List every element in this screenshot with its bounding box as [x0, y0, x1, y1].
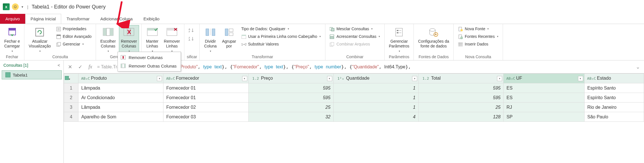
cell-fornecedor[interactable]: Fornecedor 02 [163, 103, 248, 112]
cell-total[interactable]: 25 [419, 103, 504, 112]
cell-fornecedor[interactable]: Fornecedor 03 [163, 112, 248, 122]
append-queries-button[interactable]: Acrescentar Consultas▾ [328, 33, 382, 40]
row-number[interactable]: 1 [64, 83, 78, 93]
cell-preco[interactable]: 595 [248, 83, 333, 93]
tab-file[interactable]: Arquivo [0, 14, 25, 24]
data-grid[interactable]: ▾ AB₃CProduto▾ AB₃CFornecedor▾ 1.2Preço▾… [64, 73, 644, 163]
table-row[interactable]: 2Ar CondicionadoFornecedor 015951595ESEs… [64, 93, 644, 103]
cell-estado[interactable]: Espírito Santo [584, 93, 644, 103]
formula-cancel-button[interactable]: ✕ [67, 64, 73, 70]
filter-quantidade[interactable]: ▾ [412, 76, 417, 81]
filter-produto[interactable]: ▾ [157, 76, 162, 81]
row-number[interactable]: 4 [64, 112, 78, 122]
remove-columns-button[interactable]: Remover Colunas▾ [119, 25, 139, 54]
cell-uf[interactable]: RJ [504, 103, 584, 112]
table-row[interactable]: 4Aparelho de SomFornecedor 03324128SPSão… [64, 112, 644, 122]
col-header-quantidade[interactable]: 1²₃Quantidade▾ [333, 74, 418, 83]
keep-rows-button[interactable]: Manter Linhas▾ [144, 25, 161, 54]
cell-preco[interactable]: 595 [248, 93, 333, 103]
formula-fx-button[interactable]: fx [87, 64, 94, 70]
cell-quantidade[interactable]: 1 [333, 103, 418, 112]
tab-home[interactable]: Página Inicial [25, 14, 61, 24]
cell-quantidade[interactable]: 1 [333, 93, 418, 103]
filter-preco[interactable]: ▾ [327, 76, 332, 81]
row-number[interactable]: 3 [64, 103, 78, 112]
tab-transform[interactable]: Transformar [61, 14, 95, 24]
append-queries-icon [330, 34, 335, 39]
properties-button[interactable]: Propriedades [54, 25, 94, 33]
choose-columns-button[interactable]: Escolher Colunas▾ [98, 25, 118, 54]
col-header-total[interactable]: 1.2Total▾ [419, 74, 504, 83]
query-item-tabela1[interactable]: Tabela1 [2, 70, 62, 79]
cell-quantidade[interactable]: 4 [333, 112, 418, 122]
formula-expand-button[interactable]: ⌄ [634, 64, 641, 70]
data-source-settings-button[interactable]: Configurações da fonte de dados [416, 25, 451, 50]
cell-produto[interactable]: Aparelho de Som [78, 112, 163, 122]
cell-total[interactable]: 128 [419, 112, 504, 122]
workspace: Consultas [1] < Tabela1 ✕ ✓ fx = Table.T… [0, 60, 644, 163]
group-by-button[interactable]: Agrupar por [220, 25, 238, 50]
cell-produto[interactable]: Ar Condicionado [78, 93, 163, 103]
data-type-button[interactable]: Tipo de Dados: Qualquer▾ [239, 25, 323, 33]
cell-fornecedor[interactable]: Fornecedor 01 [163, 83, 248, 93]
first-row-header-icon [241, 34, 246, 39]
remove-rows-button[interactable]: Remover Linhas▾ [162, 25, 182, 54]
advanced-editor-button[interactable]: Editor Avançado [54, 33, 94, 40]
split-column-button[interactable]: Dividir Coluna▾ [202, 25, 219, 54]
keep-rows-icon [147, 27, 158, 38]
replace-values-button[interactable]: 12 Substituir Valores [239, 40, 323, 48]
cell-uf[interactable]: SP [504, 112, 584, 122]
sort-asc-button[interactable]: AZ [187, 27, 196, 34]
filter-total[interactable]: ▾ [497, 76, 502, 81]
combine-files-button[interactable]: Combinar Arquivos [328, 40, 382, 48]
recent-sources-button[interactable]: Fontes Recentes▾ [456, 33, 500, 40]
cell-fornecedor[interactable]: Fornecedor 01 [163, 93, 248, 103]
use-first-row-button[interactable]: Usar a Primeira Linha como Cabeçalho▾ [239, 33, 323, 40]
table-row[interactable]: 3LâmpadaFornecedor 0225125RJRio de Janei… [64, 103, 644, 112]
smiley-icon[interactable]: ☺ [12, 3, 19, 10]
menu-remove-columns[interactable]: Remover Colunas [118, 53, 180, 62]
cell-produto[interactable]: Lâmpada [78, 103, 163, 112]
cell-preco[interactable]: 32 [248, 112, 333, 122]
new-source-button[interactable]: Nova Fonte▾ [456, 25, 500, 33]
filter-uf[interactable]: ▾ [578, 76, 583, 81]
enter-data-button[interactable]: Inserir Dados [456, 40, 500, 48]
col-header-estado[interactable]: AB₃CEstado [584, 74, 644, 83]
col-header-fornecedor[interactable]: AB₃CFornecedor▾ [163, 74, 248, 83]
cell-uf[interactable]: ES [504, 83, 584, 93]
sort-asc-icon: AZ [189, 28, 194, 33]
tab-view[interactable]: Exibição [138, 14, 165, 24]
row-number[interactable]: 2 [64, 93, 78, 103]
sort-desc-button[interactable]: ZA [187, 35, 196, 42]
refresh-preview-button[interactable]: Atualizar Visualização▾ [27, 25, 53, 54]
col-header-preco[interactable]: 1.2Preço▾ [248, 74, 333, 83]
table-row[interactable]: 1LâmpadaFornecedor 015951595ESEspírito S… [64, 83, 644, 93]
manage-button[interactable]: Gerenciar▾ [54, 40, 94, 48]
svg-point-52 [430, 29, 435, 31]
svg-text:2: 2 [245, 43, 246, 46]
cell-estado[interactable]: São Paulo [584, 112, 644, 122]
cell-quantidade[interactable]: 1 [333, 83, 418, 93]
close-load-button[interactable]: Fechar e Carregar▾ [2, 25, 22, 54]
qat-dropdown-icon[interactable]: ▼ [21, 5, 24, 8]
svg-rect-31 [206, 29, 209, 36]
cell-preco[interactable]: 25 [248, 103, 333, 112]
filter-fornecedor[interactable]: ▾ [242, 76, 247, 81]
col-header-uf[interactable]: AB₃CUF▾ [504, 74, 584, 83]
manage-parameters-button[interactable]: Gerenciar Parâmetros▾ [387, 25, 411, 54]
col-header-produto[interactable]: AB₃CProduto▾ [78, 74, 163, 83]
cell-uf[interactable]: ES [504, 93, 584, 103]
cell-estado[interactable]: Espírito Santo [584, 83, 644, 93]
cell-estado[interactable]: Rio de Janeiro [584, 103, 644, 112]
queries-header[interactable]: Consultas [1] < [0, 60, 63, 70]
collapse-pane-icon[interactable]: < [57, 63, 60, 68]
formula-accept-button[interactable]: ✓ [77, 64, 84, 70]
merge-queries-button[interactable]: Mesclar Consultas▾ [328, 25, 382, 33]
group-label-sort: sificar [187, 54, 197, 60]
menu-remove-other-columns[interactable]: Remover Outras Colunas [118, 62, 180, 70]
window-title: Tabela1 - Editor do Power Query [32, 4, 106, 10]
cell-produto[interactable]: Lâmpada [78, 83, 163, 93]
cell-total[interactable]: 595 [419, 83, 504, 93]
select-all-corner[interactable]: ▾ [64, 74, 78, 83]
cell-total[interactable]: 595 [419, 93, 504, 103]
